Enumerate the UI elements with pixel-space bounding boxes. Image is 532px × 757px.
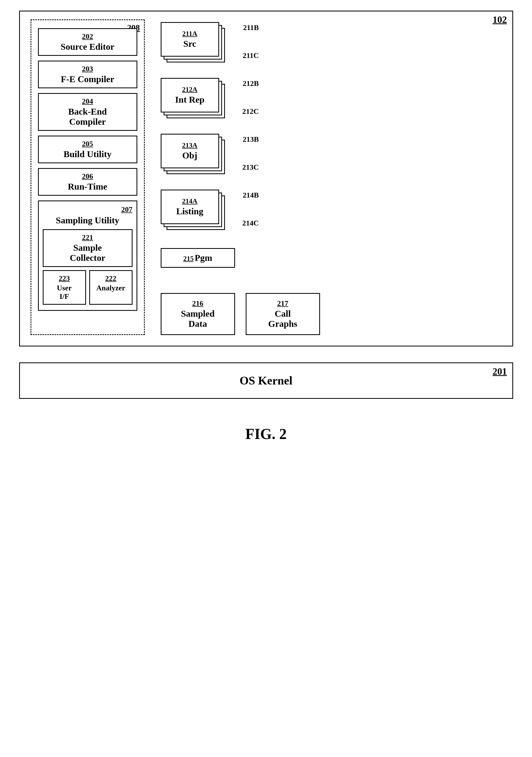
pgm-number: 215 [183,255,194,262]
box-backend-compiler: 204 Back-End Compiler [38,93,137,131]
label-213c: 213C [242,163,259,171]
bottom-row: 216 Sampled Data 217 Call Graphs [161,293,502,335]
box-analyzer: 222 Analyzer [89,270,132,305]
sample-collector-number: 221 [47,233,128,242]
label-211c: 211C [243,51,259,60]
figure-label: FIG. 2 [245,425,287,442]
box-number-206: 206 [43,172,132,181]
os-kernel-box: 201 OS Kernel [19,362,513,399]
label-214c: 214C [242,219,259,227]
file-stacks: 211A Src 211B 211C 212A Int Rep [161,22,502,335]
sampled-data-number: 216 [169,299,226,308]
sheet-212a: 212A Int Rep [161,78,219,112]
box-run-time: 206 Run-Time [38,168,137,196]
file-212-text: Int Rep [175,95,205,105]
sheet-211a: 211A Src [161,22,219,57]
call-graphs-label: Call Graphs [254,309,311,329]
os-kernel-label: 201 [493,366,507,377]
file-211a-number: 211A [182,30,197,38]
outer-container: 102 208 202 Source Editor 203 F-E Compil… [19,11,513,347]
stack-214: 214A Listing 214B 214C [161,190,502,233]
file-214a-number: 214A [182,197,198,205]
box-number-205: 205 [43,139,132,148]
os-kernel-text: OS Kernel [239,374,293,387]
sampled-data-label: Sampled Data [169,309,226,329]
box-call-graphs: 217 Call Graphs [246,293,320,335]
box-number-204: 204 [43,97,132,106]
label-212c: 212C [242,107,259,116]
call-graphs-number: 217 [254,299,311,308]
box-sampled-data: 216 Sampled Data [161,293,235,335]
sampling-utility-label: Sampling Utility [43,215,132,226]
sampling-number: 207 [121,205,132,214]
label-214b: 214B [243,191,259,199]
file-214-text: Listing [176,206,203,216]
stack-211: 211A Src 211B 211C [161,22,502,66]
box-sample-collector: 221 Sample Collector [43,229,132,267]
stack-213: 213A Obj 213B 213C [161,134,502,178]
box-sampling-utility: 207 Sampling Utility 221 Sample Collecto… [38,200,137,311]
user-if-label: User I/F [46,284,83,301]
analyzer-number: 222 [93,274,129,283]
sampling-bottom-row: 223 User I/F 222 Analyzer [43,270,132,305]
box-number-202: 202 [43,32,132,41]
sheet-213a: 213A Obj [161,134,219,168]
main-content: 208 202 Source Editor 203 F-E Compiler 2… [31,19,502,335]
file-213a-number: 213A [182,141,198,149]
stack-212: 212A Int Rep 212B 212C [161,78,502,122]
box-user-if: 223 User I/F [43,270,86,305]
pgm-text: Pgm [195,253,212,263]
right-side: 211A Src 211B 211C 212A Int Rep [161,19,502,335]
box-source-editor: 202 Source Editor [38,28,137,56]
box-number-203: 203 [43,65,132,73]
box-label-fe-compiler: F-E Compiler [43,74,132,84]
box-build-utility: 205 Build Utility [38,136,137,163]
box-label-build-utility: Build Utility [43,149,132,159]
file-211-text: Src [183,39,196,49]
label-213b: 213B [243,135,259,143]
file-213-text: Obj [182,150,197,161]
file-212a-number: 212A [182,86,198,94]
box-label-backend-compiler: Back-End Compiler [43,106,132,127]
analyzer-label: Analyzer [93,284,129,292]
sample-collector-label: Sample Collector [47,243,128,263]
box-label-source-editor: Source Editor [43,42,132,52]
box-label-run-time: Run-Time [43,182,132,192]
label-211b: 211B [243,23,259,32]
box-pgm: 215 Pgm [161,248,235,268]
user-if-number: 223 [46,274,83,283]
dashed-box-208: 208 202 Source Editor 203 F-E Compiler 2… [31,19,145,335]
box-fe-compiler: 203 F-E Compiler [38,61,137,88]
label-212b: 212B [243,79,259,88]
sheet-214a: 214A Listing [161,190,219,224]
